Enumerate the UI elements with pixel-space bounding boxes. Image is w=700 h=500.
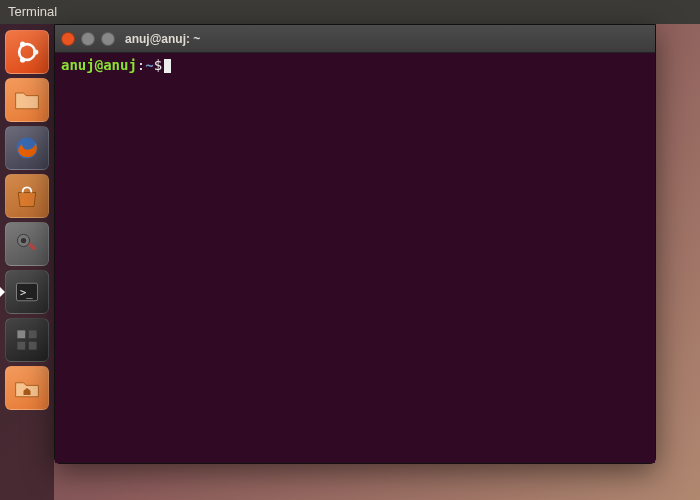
top-menubar: Terminal [0, 0, 700, 24]
prompt-user-host: anuj@anuj [61, 57, 137, 73]
folder-icon [13, 86, 41, 114]
terminal-window: anuj@anuj: ~ anuj@anuj:~$ [54, 24, 656, 464]
home-folder-icon [13, 374, 41, 402]
svg-point-1 [33, 49, 38, 54]
prompt-path: ~ [145, 57, 153, 73]
ubuntu-logo-icon [13, 38, 41, 66]
shopping-bag-icon [13, 182, 41, 210]
window-close-button[interactable] [61, 32, 75, 46]
launcher-dash[interactable] [5, 30, 49, 74]
svg-rect-7 [28, 242, 37, 251]
prompt-dollar: $ [154, 57, 162, 73]
unity-launcher: >_ [0, 24, 54, 500]
svg-rect-11 [29, 330, 37, 338]
launcher-workspaces[interactable] [5, 318, 49, 362]
firefox-icon [13, 134, 41, 162]
launcher-terminal[interactable]: >_ [5, 270, 49, 314]
svg-point-3 [20, 57, 25, 62]
launcher-files[interactable] [5, 78, 49, 122]
menubar-app-title: Terminal [8, 4, 57, 19]
svg-rect-12 [17, 342, 25, 350]
svg-point-2 [20, 42, 25, 47]
svg-point-6 [21, 238, 26, 243]
launcher-home-folder[interactable] [5, 366, 49, 410]
terminal-body[interactable]: anuj@anuj:~$ [55, 53, 655, 463]
launcher-software-center[interactable] [5, 174, 49, 218]
window-title: anuj@anuj: ~ [125, 32, 200, 46]
svg-rect-10 [17, 330, 25, 338]
terminal-cursor [164, 59, 171, 73]
terminal-icon: >_ [13, 278, 41, 306]
window-minimize-button[interactable] [81, 32, 95, 46]
gear-wrench-icon [13, 230, 41, 258]
launcher-settings[interactable] [5, 222, 49, 266]
launcher-firefox[interactable] [5, 126, 49, 170]
svg-rect-13 [29, 342, 37, 350]
window-titlebar[interactable]: anuj@anuj: ~ [55, 25, 655, 53]
workspaces-icon [13, 326, 41, 354]
window-maximize-button[interactable] [101, 32, 115, 46]
svg-text:>_: >_ [20, 286, 33, 299]
